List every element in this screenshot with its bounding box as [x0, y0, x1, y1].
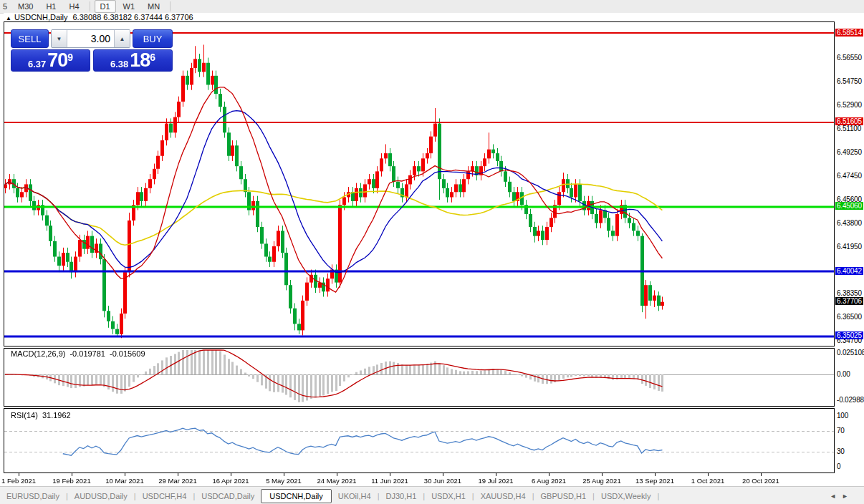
date-tick [390, 473, 390, 476]
tab-usdx-h1[interactable]: USDX,H1 [425, 490, 472, 503]
date-tick [284, 473, 284, 476]
chart-tab-bar: EURUSD,Daily| AUDUSD,Daily| USDCHF,H4| U… [0, 486, 864, 504]
macd-axis-label: -0.02988 [837, 396, 864, 404]
rsi-axis-label: 0 [837, 462, 840, 470]
macd-axis-label: 0.00 [837, 370, 850, 378]
tab-audusd-daily[interactable]: AUDUSD,Daily [68, 490, 134, 503]
date-tick [178, 473, 178, 476]
price-axis-label: 6.36500 [837, 313, 862, 321]
date-label: 13 Sep 2021 [635, 477, 674, 485]
price-badge: 6.40042 [835, 267, 863, 275]
tab-usdchf-h4[interactable]: USDCHF,H4 [136, 490, 193, 503]
macd-signal-value: -0.015609 [110, 349, 145, 358]
date-axis: 1 Feb 202119 Feb 202110 Mar 202129 Mar 2… [4, 473, 835, 485]
date-label: 19 Feb 2021 [52, 477, 90, 485]
ask-big-digits: 18 [130, 51, 150, 70]
price-badge: 6.45060 [835, 202, 863, 210]
price-badge: 6.35025 [835, 331, 863, 339]
price-badge: 6.51605 [835, 117, 863, 125]
bid-price-box[interactable]: 6.37709 [11, 49, 90, 72]
bid-pip-digit: 9 [67, 52, 73, 62]
chart-title: ▲USDCNH,Daily6.38088 6.38182 6.37444 6.3… [6, 13, 193, 21]
collapse-triangle-icon[interactable]: ▲ [6, 15, 11, 21]
timeframe-mn-button[interactable]: MN [142, 0, 165, 13]
date-tick [231, 473, 231, 476]
spread-stepper: ▼ 3.00 ▲ [51, 29, 130, 48]
date-label: 30 Jun 2021 [424, 477, 461, 485]
price-axis-label: 6.38350 [837, 289, 862, 297]
timeframe-w1-button[interactable]: W1 [117, 0, 141, 13]
toolbar-separator [90, 1, 90, 11]
chart-symbol-period: USDCNH,Daily [14, 13, 68, 21]
tab-eurusd-daily[interactable]: EURUSD,Daily [0, 490, 66, 503]
terminal-window: 5 M30 H1 H4 D1 W1 MN ▲USDCNH,Daily6.3808… [0, 0, 864, 504]
spread-value[interactable]: 3.00 [67, 30, 114, 47]
date-tick [602, 473, 603, 476]
price-axis-label: 6.41950 [837, 243, 862, 251]
price-axis-label: 6.47450 [837, 172, 862, 180]
date-tick [761, 473, 762, 476]
date-tick [72, 473, 72, 476]
date-tick [655, 473, 656, 476]
date-label: 6 Aug 2021 [532, 477, 566, 485]
timeframe-h1-button[interactable]: H1 [40, 0, 62, 13]
date-label: 24 May 2021 [317, 477, 357, 485]
date-tick [443, 473, 443, 476]
macd-name: MACD(12,26,9) [11, 349, 65, 358]
date-label: 5 May 2021 [266, 477, 302, 485]
date-tick [708, 473, 709, 476]
buy-button[interactable]: BUY [133, 29, 173, 48]
spread-decrease-button[interactable]: ▼ [52, 30, 67, 47]
timeframe-d1-button[interactable]: D1 [95, 0, 116, 13]
tab-ukoil-h4[interactable]: UKOil,H4 [332, 490, 378, 503]
price-axis-label: 6.49250 [837, 148, 862, 156]
one-click-trade-panel: SELL ▼ 3.00 ▲ BUY 6.37709 6.38186 [11, 29, 173, 72]
macd-indicator-label: MACD(12,26,9)-0.019781-0.015609 [11, 349, 150, 358]
chart-ohlc-values: 6.38088 6.38182 6.37444 6.37706 [72, 13, 193, 21]
price-axis-label: 6.51100 [837, 125, 861, 132]
date-label: 29 Mar 2021 [158, 477, 196, 485]
tab-scroll-right-icon[interactable]: ► [842, 493, 854, 500]
tab-gbpusd-h1[interactable]: GBPUSD,H1 [534, 490, 593, 503]
timeframe-m5-button[interactable]: 5 [1, 0, 11, 13]
date-label: 16 Apr 2021 [212, 477, 249, 485]
timeframe-toolbar: 5 M30 H1 H4 D1 W1 MN [0, 0, 864, 14]
rsi-axis-label: 30 [837, 447, 845, 455]
date-label: 25 Aug 2021 [582, 477, 620, 485]
date-label: 1 Oct 2021 [691, 477, 724, 485]
date-tick [549, 473, 549, 476]
tab-usdcnh-daily[interactable]: USDCNH,Daily [261, 489, 332, 503]
bid-big-digits: 70 [47, 51, 67, 70]
timeframe-m30-button[interactable]: M30 [12, 0, 39, 13]
date-tick [19, 473, 19, 476]
ask-prefix: 6.38 [110, 58, 128, 70]
price-axis-label: 6.56550 [837, 54, 862, 62]
ask-price-box[interactable]: 6.38186 [93, 49, 173, 72]
date-label: 20 Oct 2021 [742, 477, 779, 485]
rsi-axis-label: 100 [837, 412, 848, 420]
date-label: 10 Mar 2021 [105, 477, 143, 485]
tab-usdcad-daily[interactable]: USDCAD,Daily [195, 490, 261, 503]
bid-prefix: 6.37 [28, 58, 46, 70]
tab-scroll-left-icon[interactable]: ◄ [830, 493, 842, 500]
sell-button[interactable]: SELL [11, 29, 49, 48]
tab-xauusd-h4[interactable]: XAUUSD,H4 [474, 490, 532, 503]
spread-increase-button[interactable]: ▲ [114, 30, 130, 47]
tab-dj30-h1[interactable]: DJ30,H1 [379, 490, 423, 503]
chart-canvas[interactable] [4, 21, 835, 473]
price-axis-label: 6.54750 [837, 77, 862, 85]
price-axis: 6.565506.547506.529006.511006.492506.474… [835, 13, 864, 485]
date-tick [125, 473, 125, 476]
rsi-axis-label: 70 [837, 427, 845, 435]
rsi-value: 31.1962 [42, 411, 71, 420]
rsi-name: RSI(14) [11, 411, 38, 420]
chart-widget: ▲USDCNH,Daily6.38088 6.38182 6.37444 6.3… [4, 13, 835, 485]
tab-scroll-arrows[interactable]: ◄► [830, 493, 854, 500]
ask-pip-digit: 6 [150, 52, 155, 62]
tab-usdx-weekly[interactable]: USDX,Weekly [595, 490, 657, 503]
date-label: 1 Feb 2021 [1, 477, 36, 485]
timeframe-h4-button[interactable]: H4 [63, 0, 85, 13]
price-badge: 6.58514 [835, 29, 863, 37]
macd-axis-label: 0.025108 [837, 349, 864, 357]
date-label: 11 Jun 2021 [371, 477, 408, 485]
